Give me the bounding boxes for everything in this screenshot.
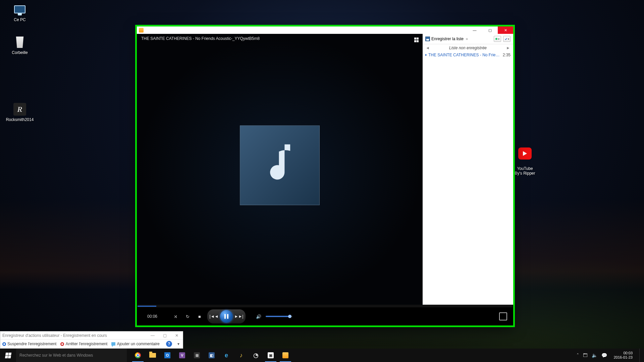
ie-icon: e <box>223 352 229 358</box>
taskbar-outlook[interactable]: O <box>160 349 174 362</box>
taskbar-steps-recorder[interactable]: ▣ <box>264 349 278 362</box>
recorder-title: Enregistreur d'actions utilisateur - Enr… <box>0 333 147 338</box>
volume-thumb <box>288 315 291 318</box>
titlebar[interactable]: — ▢ ✕ <box>137 26 513 34</box>
comment-icon <box>111 342 115 346</box>
app-icon: ♪ <box>238 352 244 358</box>
outlook-icon: O <box>164 352 170 358</box>
save-playlist-button[interactable]: Enregistrer la liste » <box>425 37 468 41</box>
seek-progress <box>138 306 156 307</box>
chrome-icon <box>135 352 141 358</box>
shuffle-button[interactable]: ⤨ <box>171 312 180 321</box>
playlist-item-name: THE SAINTE CATHERINES - No Frien… <box>428 53 501 57</box>
minimize-button[interactable]: — <box>467 26 482 34</box>
mute-button[interactable]: 🔊 <box>254 312 263 321</box>
start-button[interactable] <box>0 349 16 362</box>
playlist-item[interactable]: THE SAINTE CATHERINES - No Frien… 2:35 <box>423 52 513 58</box>
album-art <box>240 125 320 205</box>
volume-fill <box>266 316 290 317</box>
taskbar-app-2[interactable]: ◧ <box>205 349 219 362</box>
system-tray: ˄ 🗔 🔈 💬 00:03 2016-01-23 <box>574 349 644 362</box>
taskbar: Recherchez sur le Web et dans Windows O … <box>0 349 644 362</box>
playlist-panel: Enregistrer la liste » ▾ ▾ ◄ Liste non e… <box>423 34 513 305</box>
play-pause-button[interactable] <box>220 310 233 323</box>
clock-date: 2016-01-23 <box>614 355 633 360</box>
taskbar-explorer[interactable] <box>146 349 160 362</box>
fullscreen-button[interactable] <box>499 312 507 320</box>
tray-overflow-button[interactable]: ˄ <box>577 353 579 358</box>
playlist-item-duration: 2:35 <box>503 53 511 57</box>
desktop-icon-label: Rocksmith2014 <box>5 117 35 122</box>
recorder-menu-button[interactable]: ▾ <box>176 341 181 347</box>
clock-icon: ◔ <box>253 352 259 358</box>
tray-battery-icon[interactable]: 🗔 <box>583 353 588 358</box>
pause-icon <box>2 342 6 346</box>
search-placeholder: Recherchez sur le Web et dans Windows <box>19 353 93 358</box>
save-playlist-label: Enregistrer la liste <box>431 37 464 41</box>
calculator-icon: ⊞ <box>194 352 200 358</box>
player-controls: 00:06 ⤨ ↻ ■ |◄◄ ►►| 🔊 <box>137 307 513 325</box>
pause-recording-label: Suspendre l'enregistrement <box>7 342 56 346</box>
clock-time: 00:03 <box>614 351 633 355</box>
taskbar-apps: O V ⊞ ◧ e ♪ ◔ ▣ <box>131 349 292 362</box>
pc-icon <box>14 5 25 13</box>
taskbar-chrome[interactable] <box>131 349 145 362</box>
tray-notifications-icon[interactable]: 💬 <box>601 353 607 358</box>
stop-button[interactable]: ■ <box>195 312 204 321</box>
wmp-icon <box>139 28 144 33</box>
volume-slider[interactable] <box>266 316 292 317</box>
recorder-titlebar[interactable]: Enregistreur d'actions utilisateur - Enr… <box>0 331 183 340</box>
tray-volume-icon[interactable]: 🔈 <box>592 353 597 358</box>
stop-icon <box>60 342 64 346</box>
previous-button[interactable]: |◄◄ <box>209 312 219 321</box>
taskbar-wmp[interactable] <box>278 349 292 362</box>
pause-recording-button[interactable]: Suspendre l'enregistrement <box>2 342 56 346</box>
playlist-prev-button[interactable]: ◄ <box>425 46 430 50</box>
playlist-view-button[interactable]: ▾ <box>503 36 511 42</box>
playlist-next-button[interactable]: ► <box>506 46 511 50</box>
recorder-minimize-button[interactable]: — <box>147 333 159 338</box>
desktop-icon-pc[interactable]: Ce PC <box>5 3 35 22</box>
recorder-help-button[interactable]: ? <box>166 341 172 347</box>
taskbar-app-1[interactable]: V <box>175 349 189 362</box>
taskbar-ie[interactable]: e <box>219 349 233 362</box>
stop-recording-button[interactable]: Arrêter l'enregistrement <box>60 342 107 346</box>
now-playing-area[interactable]: THE SAINTE CATHERINES - No Friends Acous… <box>137 34 423 305</box>
repeat-button[interactable]: ↻ <box>183 312 192 321</box>
next-button[interactable]: ►►| <box>234 312 244 321</box>
playlist-options-button[interactable]: ▾ <box>494 36 501 42</box>
taskbar-clock-app[interactable]: ◔ <box>249 349 263 362</box>
switch-layout-button[interactable] <box>413 37 420 43</box>
taskbar-app-3[interactable]: ♪ <box>234 349 248 362</box>
show-desktop-button[interactable] <box>639 349 641 362</box>
music-note-icon <box>260 140 300 190</box>
media-player-window: — ▢ ✕ THE SAINTE CATHERINES - No Friends… <box>137 26 513 325</box>
desktop-icon-rocksmith[interactable]: R Rocksmith2014 <box>5 103 35 122</box>
taskbar-search[interactable]: Recherchez sur le Web et dans Windows <box>16 349 127 362</box>
steps-recorder-window: Enregistreur d'actions utilisateur - Enr… <box>0 331 183 349</box>
taskbar-clock[interactable]: 00:03 2016-01-23 <box>611 351 635 360</box>
app-icon: V <box>179 352 185 358</box>
recorder-close-button[interactable]: ✕ <box>171 333 183 338</box>
trash-icon <box>15 37 24 48</box>
desktop-icon-label: Ce PC <box>5 17 35 22</box>
app-icon: ◧ <box>209 352 215 358</box>
seek-bar[interactable] <box>138 305 513 307</box>
recorder-maximize-button[interactable]: ▢ <box>159 333 171 338</box>
youtube-icon <box>518 147 532 160</box>
desktop-icon-trash[interactable]: Corbeille <box>5 36 35 55</box>
rocksmith-icon: R <box>13 103 26 116</box>
desktop-icon-youtube[interactable]: YouTube By's Ripper <box>510 142 540 180</box>
folder-icon <box>149 353 156 358</box>
maximize-button[interactable]: ▢ <box>482 26 498 34</box>
playlist-title: Liste non enregistrée <box>449 46 487 50</box>
now-playing-title: THE SAINTE CATHERINES - No Friends Acous… <box>141 36 260 41</box>
steps-recorder-icon: ▣ <box>268 352 274 358</box>
add-comment-button[interactable]: Ajouter un commentaire <box>111 342 159 346</box>
taskbar-calculator[interactable]: ⊞ <box>190 349 204 362</box>
desktop-icon-label: YouTube By's Ripper <box>510 166 540 176</box>
elapsed-time: 00:06 <box>144 314 161 319</box>
stop-recording-label: Arrêter l'enregistrement <box>65 342 107 346</box>
chevron-right-icon: » <box>465 37 468 41</box>
close-button[interactable]: ✕ <box>498 26 513 34</box>
